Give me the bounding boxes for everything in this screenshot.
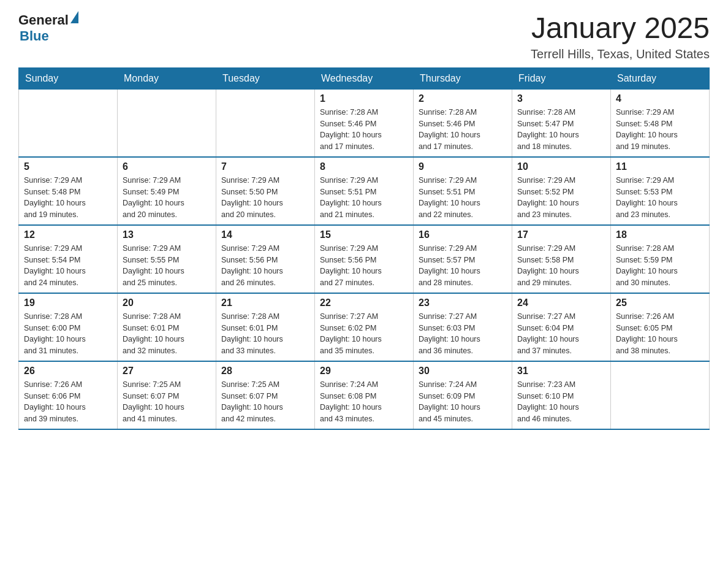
day-info: Sunrise: 7:24 AMSunset: 6:09 PMDaylight:… [419,379,507,425]
day-number: 25 [616,297,704,308]
title-area: January 2025 Terrell Hills, Texas, Unite… [531,12,710,61]
day-info: Sunrise: 7:24 AMSunset: 6:08 PMDaylight:… [320,379,408,425]
calendar-cell: 6Sunrise: 7:29 AMSunset: 5:49 PMDaylight… [118,157,216,225]
day-number: 29 [320,366,408,377]
day-info: Sunrise: 7:29 AMSunset: 5:58 PMDaylight:… [517,243,605,289]
calendar-week-row: 5Sunrise: 7:29 AMSunset: 5:48 PMDaylight… [19,157,710,225]
day-info: Sunrise: 7:26 AMSunset: 6:06 PMDaylight:… [24,379,112,425]
calendar-cell: 18Sunrise: 7:28 AMSunset: 5:59 PMDayligh… [611,225,710,293]
day-info: Sunrise: 7:28 AMSunset: 5:46 PMDaylight:… [419,107,507,153]
day-number: 9 [419,161,507,172]
calendar-cell: 9Sunrise: 7:29 AMSunset: 5:51 PMDaylight… [414,157,512,225]
calendar-cell: 20Sunrise: 7:28 AMSunset: 6:01 PMDayligh… [118,293,216,361]
calendar-cell [216,89,315,157]
calendar-week-row: 19Sunrise: 7:28 AMSunset: 6:00 PMDayligh… [19,293,710,361]
day-info: Sunrise: 7:23 AMSunset: 6:10 PMDaylight:… [517,379,605,425]
day-number: 28 [221,366,309,377]
calendar-cell: 29Sunrise: 7:24 AMSunset: 6:08 PMDayligh… [315,361,414,429]
calendar-week-row: 26Sunrise: 7:26 AMSunset: 6:06 PMDayligh… [19,361,710,429]
calendar-cell: 13Sunrise: 7:29 AMSunset: 5:55 PMDayligh… [118,225,216,293]
day-info: Sunrise: 7:28 AMSunset: 5:47 PMDaylight:… [517,107,605,153]
day-number: 17 [517,229,605,240]
day-info: Sunrise: 7:29 AMSunset: 5:51 PMDaylight:… [419,175,507,221]
calendar-body: 1Sunrise: 7:28 AMSunset: 5:46 PMDaylight… [19,89,710,429]
logo: General Blue [18,12,78,44]
calendar-week-row: 12Sunrise: 7:29 AMSunset: 5:54 PMDayligh… [19,225,710,293]
day-info: Sunrise: 7:25 AMSunset: 6:07 PMDaylight:… [123,379,211,425]
calendar-cell: 10Sunrise: 7:29 AMSunset: 5:52 PMDayligh… [512,157,611,225]
day-info: Sunrise: 7:26 AMSunset: 6:05 PMDaylight:… [616,311,704,357]
day-number: 26 [24,366,112,377]
calendar-cell: 22Sunrise: 7:27 AMSunset: 6:02 PMDayligh… [315,293,414,361]
calendar-cell: 17Sunrise: 7:29 AMSunset: 5:58 PMDayligh… [512,225,611,293]
calendar-week-row: 1Sunrise: 7:28 AMSunset: 5:46 PMDaylight… [19,89,710,157]
calendar-header-thursday: Thursday [414,67,512,89]
calendar-cell: 26Sunrise: 7:26 AMSunset: 6:06 PMDayligh… [19,361,118,429]
day-number: 23 [419,297,507,308]
day-number: 27 [123,366,211,377]
day-info: Sunrise: 7:29 AMSunset: 5:54 PMDaylight:… [24,243,112,289]
calendar-cell: 25Sunrise: 7:26 AMSunset: 6:05 PMDayligh… [611,293,710,361]
day-info: Sunrise: 7:29 AMSunset: 5:57 PMDaylight:… [419,243,507,289]
calendar-cell: 5Sunrise: 7:29 AMSunset: 5:48 PMDaylight… [19,157,118,225]
day-info: Sunrise: 7:28 AMSunset: 6:01 PMDaylight:… [123,311,211,357]
day-number: 8 [320,161,408,172]
day-number: 19 [24,297,112,308]
day-info: Sunrise: 7:27 AMSunset: 6:02 PMDaylight:… [320,311,408,357]
day-number: 14 [221,229,309,240]
calendar-table: SundayMondayTuesdayWednesdayThursdayFrid… [18,67,710,430]
day-info: Sunrise: 7:27 AMSunset: 6:03 PMDaylight:… [419,311,507,357]
calendar-header-row: SundayMondayTuesdayWednesdayThursdayFrid… [19,67,710,89]
calendar-cell: 16Sunrise: 7:29 AMSunset: 5:57 PMDayligh… [414,225,512,293]
day-info: Sunrise: 7:29 AMSunset: 5:49 PMDaylight:… [123,175,211,221]
calendar-cell [118,89,216,157]
day-info: Sunrise: 7:29 AMSunset: 5:51 PMDaylight:… [320,175,408,221]
day-info: Sunrise: 7:29 AMSunset: 5:56 PMDaylight:… [221,243,309,289]
day-info: Sunrise: 7:29 AMSunset: 5:56 PMDaylight:… [320,243,408,289]
day-number: 11 [616,161,704,172]
calendar-cell: 2Sunrise: 7:28 AMSunset: 5:46 PMDaylight… [414,89,512,157]
calendar-cell: 28Sunrise: 7:25 AMSunset: 6:07 PMDayligh… [216,361,315,429]
day-info: Sunrise: 7:29 AMSunset: 5:48 PMDaylight:… [24,175,112,221]
calendar-cell: 12Sunrise: 7:29 AMSunset: 5:54 PMDayligh… [19,225,118,293]
page-header: General Blue January 2025 Terrell Hills,… [18,12,710,61]
day-number: 22 [320,297,408,308]
day-number: 31 [517,366,605,377]
day-number: 4 [616,93,704,104]
calendar-header-sunday: Sunday [19,67,118,89]
calendar-cell: 21Sunrise: 7:28 AMSunset: 6:01 PMDayligh… [216,293,315,361]
day-number: 20 [123,297,211,308]
day-info: Sunrise: 7:29 AMSunset: 5:53 PMDaylight:… [616,175,704,221]
day-number: 7 [221,161,309,172]
calendar-header-tuesday: Tuesday [216,67,315,89]
day-number: 30 [419,366,507,377]
day-number: 5 [24,161,112,172]
calendar-cell [19,89,118,157]
day-info: Sunrise: 7:25 AMSunset: 6:07 PMDaylight:… [221,379,309,425]
day-number: 21 [221,297,309,308]
calendar-cell: 30Sunrise: 7:24 AMSunset: 6:09 PMDayligh… [414,361,512,429]
day-info: Sunrise: 7:28 AMSunset: 5:46 PMDaylight:… [320,107,408,153]
calendar-cell: 15Sunrise: 7:29 AMSunset: 5:56 PMDayligh… [315,225,414,293]
page-title: January 2025 [531,12,710,45]
calendar-cell: 27Sunrise: 7:25 AMSunset: 6:07 PMDayligh… [118,361,216,429]
day-number: 6 [123,161,211,172]
day-info: Sunrise: 7:29 AMSunset: 5:48 PMDaylight:… [616,107,704,153]
day-info: Sunrise: 7:29 AMSunset: 5:55 PMDaylight:… [123,243,211,289]
calendar-header-friday: Friday [512,67,611,89]
calendar-cell: 7Sunrise: 7:29 AMSunset: 5:50 PMDaylight… [216,157,315,225]
calendar-cell: 31Sunrise: 7:23 AMSunset: 6:10 PMDayligh… [512,361,611,429]
calendar-cell: 3Sunrise: 7:28 AMSunset: 5:47 PMDaylight… [512,89,611,157]
calendar-cell: 19Sunrise: 7:28 AMSunset: 6:00 PMDayligh… [19,293,118,361]
day-number: 2 [419,93,507,104]
calendar-cell: 24Sunrise: 7:27 AMSunset: 6:04 PMDayligh… [512,293,611,361]
day-number: 10 [517,161,605,172]
page-subtitle: Terrell Hills, Texas, United States [531,47,710,61]
day-number: 18 [616,229,704,240]
day-number: 13 [123,229,211,240]
calendar-cell: 14Sunrise: 7:29 AMSunset: 5:56 PMDayligh… [216,225,315,293]
day-number: 3 [517,93,605,104]
day-number: 1 [320,93,408,104]
calendar-cell [611,361,710,429]
calendar-cell: 23Sunrise: 7:27 AMSunset: 6:03 PMDayligh… [414,293,512,361]
